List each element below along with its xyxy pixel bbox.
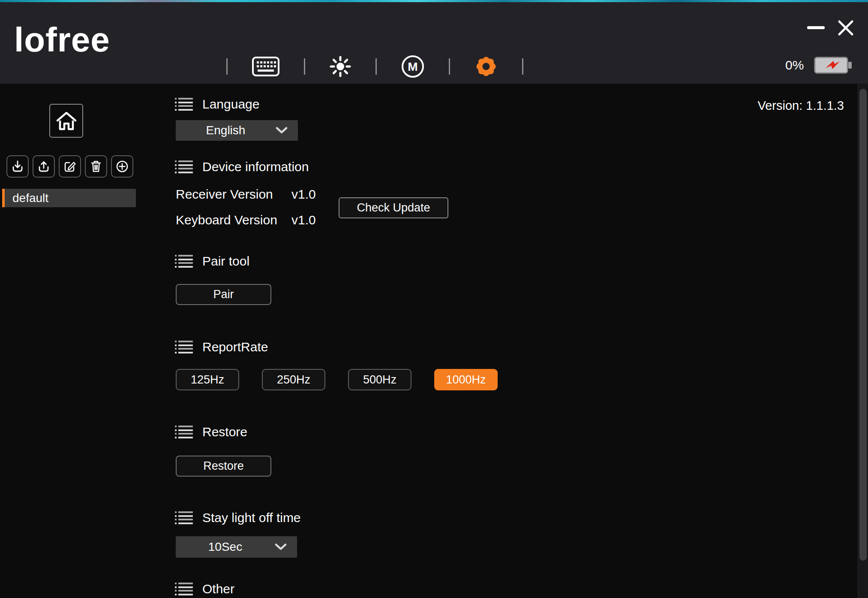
brightness-tab-icon[interactable]	[329, 55, 351, 78]
list-icon	[175, 255, 193, 268]
top-toolbar: M	[226, 53, 523, 80]
sidebar-item-default-profile[interactable]: default	[2, 189, 136, 207]
battery-percent-label: 0%	[785, 58, 804, 72]
section-title: Stay light off time	[202, 510, 301, 525]
app-version-label: Version: 1.1.1.3	[757, 99, 844, 113]
svg-text:M: M	[408, 60, 417, 73]
report-rate-option-250hz[interactable]: 250Hz	[262, 369, 325, 390]
section-title: Restore	[202, 425, 247, 439]
section-other: Other	[175, 582, 234, 596]
section-title: Other	[202, 582, 234, 596]
list-icon	[175, 511, 193, 524]
section-device-information: Device information	[175, 160, 309, 174]
section-title: ReportRate	[202, 340, 268, 354]
export-profile-button[interactable]	[33, 155, 55, 178]
section-pair-tool: Pair tool	[175, 254, 249, 269]
language-dropdown[interactable]: English	[176, 120, 298, 141]
stay-light-off-value: 10Sec	[208, 540, 242, 554]
pair-button[interactable]: Pair	[176, 284, 271, 305]
lofree-logo: lofree	[14, 19, 110, 60]
section-title: Pair tool	[202, 254, 249, 269]
minimize-button[interactable]	[807, 26, 825, 29]
list-icon	[175, 583, 193, 595]
title-bar: lofree	[0, 2, 868, 84]
list-icon	[175, 98, 193, 111]
keyboard-version-label: Keyboard Version	[176, 213, 277, 227]
close-button[interactable]	[836, 18, 856, 38]
keyboard-version-value: v1.0	[291, 213, 316, 227]
section-title: Device information	[202, 160, 309, 174]
scrollbar-thumb[interactable]	[859, 89, 867, 561]
settings-tab-icon-active[interactable]	[474, 54, 498, 79]
toolbar-divider	[522, 58, 523, 75]
toolbar-divider	[226, 58, 228, 75]
list-icon	[175, 160, 193, 173]
app-window: lofree	[0, 0, 868, 598]
upload-icon	[37, 160, 51, 173]
keyboard-tab-icon[interactable]	[252, 56, 280, 77]
scrollbar-track[interactable]	[858, 84, 868, 598]
section-restore: Restore	[175, 425, 247, 439]
section-report-rate: ReportRate	[175, 340, 268, 354]
download-icon	[11, 160, 24, 173]
import-profile-button[interactable]	[6, 155, 29, 178]
section-title: Language	[202, 97, 259, 112]
list-icon	[175, 341, 193, 353]
toolbar-divider	[449, 58, 450, 75]
report-rate-options: 125Hz 250Hz 500Hz 1000Hz	[176, 369, 498, 390]
section-stay-light-off-time: Stay light off time	[175, 510, 301, 525]
check-update-button[interactable]: Check Update	[339, 197, 448, 218]
trash-icon	[89, 160, 103, 173]
toolbar-divider	[304, 58, 305, 75]
battery-charging-icon	[814, 56, 853, 74]
section-language: Language	[175, 97, 259, 112]
receiver-version-value: v1.0	[291, 187, 316, 202]
home-button[interactable]	[49, 104, 83, 138]
rename-profile-button[interactable]	[59, 155, 81, 178]
profile-name-label: default	[12, 191, 48, 205]
report-rate-option-125hz[interactable]: 125Hz	[176, 369, 239, 390]
delete-profile-button[interactable]	[85, 155, 107, 178]
macro-tab-icon[interactable]: M	[401, 54, 425, 79]
receiver-version-label: Receiver Version	[176, 187, 273, 202]
chevron-down-icon	[276, 127, 288, 134]
plus-circle-icon	[115, 160, 129, 173]
stay-light-off-dropdown[interactable]: 10Sec	[176, 536, 297, 558]
add-profile-button[interactable]	[111, 155, 133, 178]
restore-button[interactable]: Restore	[176, 456, 271, 477]
profile-actions	[6, 155, 133, 178]
language-value: English	[206, 124, 246, 137]
edit-icon	[63, 160, 77, 173]
report-rate-option-1000hz[interactable]: 1000Hz	[434, 369, 498, 390]
list-icon	[175, 426, 193, 438]
battery-status: 0%	[785, 56, 853, 74]
chevron-down-icon	[275, 544, 287, 551]
toolbar-divider	[375, 58, 377, 75]
report-rate-option-500hz[interactable]: 500Hz	[348, 369, 411, 390]
